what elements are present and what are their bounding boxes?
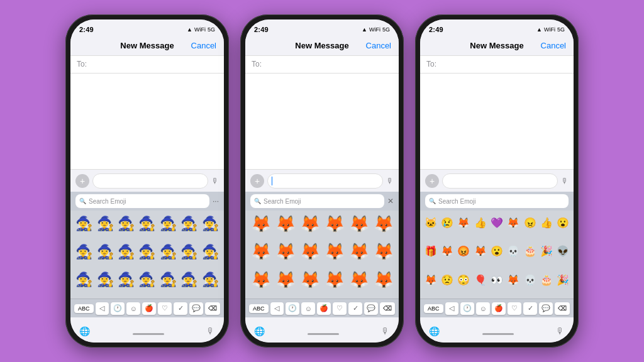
check-icon-1[interactable]: ✓ xyxy=(174,302,187,315)
emoji-cell[interactable]: 🧙‍♀️ xyxy=(116,241,136,263)
emoji-cell[interactable]: 😢 xyxy=(439,212,455,233)
emoji-search-input-2[interactable]: 🔍 Search Emoji xyxy=(250,194,384,208)
emoji-cell[interactable]: 😠 xyxy=(522,212,538,233)
abc-button-3[interactable]: ABC xyxy=(424,304,443,313)
emoji-cell[interactable]: 🦊 xyxy=(323,241,346,263)
emoji-cell[interactable]: 💜 xyxy=(489,212,504,233)
heart-icon-3[interactable]: ♡ xyxy=(508,302,521,315)
emoji-cell[interactable]: 🧙‍♀️ xyxy=(158,213,178,234)
emoji-cell[interactable]: 🧙‍♀️ xyxy=(179,213,199,234)
emoji-cell[interactable]: 🎂 xyxy=(522,241,538,262)
emoji-cell[interactable]: 💀 xyxy=(506,241,521,262)
emoji-cell[interactable]: 🧙‍♀️ xyxy=(74,241,94,263)
emoji-cell[interactable]: 🦊 xyxy=(249,213,272,234)
emoji-cell[interactable]: 🦊 xyxy=(506,212,521,233)
message-area-3[interactable] xyxy=(420,74,574,169)
emoji-cell[interactable]: 🦊 xyxy=(249,269,272,290)
emoji-cell[interactable]: 🦊 xyxy=(439,241,455,262)
text-input-2[interactable] xyxy=(267,173,383,189)
emoji-cell[interactable]: 🧙‍♀️ xyxy=(74,213,94,234)
emoji-cell[interactable]: 🦊 xyxy=(372,213,395,234)
emoji-cell[interactable]: 🧙‍♀️ xyxy=(95,213,114,234)
emoji-cell[interactable]: 🧙‍♀️ xyxy=(201,213,220,234)
emoji-cell[interactable]: 🎉 xyxy=(538,241,554,262)
emoji-cell[interactable]: 😮 xyxy=(489,241,504,262)
emoji-cell[interactable]: 🧙‍♀️ xyxy=(137,269,157,290)
nature-icon-2[interactable]: 🍎 xyxy=(317,302,331,315)
emoji-cell[interactable]: 😡 xyxy=(456,241,472,262)
globe-icon-2[interactable]: 🌐 xyxy=(254,326,265,336)
emoji-cell[interactable]: 🎂 xyxy=(538,269,554,290)
delete-button-1[interactable]: ⌫ xyxy=(205,302,220,315)
emoji-cell[interactable]: 🦊 xyxy=(347,241,370,263)
abc-button-1[interactable]: ABC xyxy=(74,304,94,313)
mic-icon-2[interactable]: 🎙 xyxy=(386,177,394,185)
delete-button-2[interactable]: ⌫ xyxy=(380,302,395,315)
speech-icon-1[interactable]: 💬 xyxy=(189,302,203,315)
globe-icon-3[interactable]: 🌐 xyxy=(429,326,440,336)
emoji-cell[interactable]: 🦊 xyxy=(274,213,297,234)
check-icon-3[interactable]: ✓ xyxy=(523,302,537,315)
speech-icon-3[interactable]: 💬 xyxy=(539,302,553,315)
to-field-2[interactable]: To: xyxy=(245,56,399,74)
cancel-button-3[interactable]: Cancel xyxy=(541,41,566,50)
emoji-cell[interactable]: 🦊 xyxy=(298,269,321,290)
emoji-cell[interactable]: 👍 xyxy=(538,212,554,233)
emoji-cell[interactable]: 🦊 xyxy=(506,269,521,290)
heart-icon-1[interactable]: ♡ xyxy=(158,302,172,315)
emoji-cell[interactable]: 🧙‍♀️ xyxy=(158,241,178,263)
emoji-cell[interactable]: 🦊 xyxy=(249,241,272,263)
recent-icon-2[interactable]: 🕐 xyxy=(286,302,299,315)
plus-button-1[interactable]: + xyxy=(75,174,89,188)
mic-button-1[interactable]: 🎙 xyxy=(206,326,215,336)
nature-icon-1[interactable]: 🍎 xyxy=(142,302,156,315)
emoji-cell[interactable]: 🎁 xyxy=(423,241,438,262)
abc-button-2[interactable]: ABC xyxy=(249,304,269,313)
recent-icon-1[interactable]: 🕐 xyxy=(111,302,125,315)
emoji-cell[interactable]: 🧙‍♀️ xyxy=(116,213,136,234)
emoji-cell[interactable]: 🎈 xyxy=(472,269,488,290)
emoji-cell[interactable]: 👽 xyxy=(555,241,571,262)
emoji-cell[interactable]: 🦊 xyxy=(372,269,395,290)
emoji-cell[interactable]: 🦊 xyxy=(472,241,488,262)
emoji-cell[interactable]: 🐱 xyxy=(423,212,438,233)
smiley-icon-1[interactable]: ☺ xyxy=(126,302,140,315)
mic-button-2[interactable]: 🎙 xyxy=(381,326,390,336)
back-arrow-3[interactable]: ◁ xyxy=(445,302,459,315)
emoji-cell[interactable]: 🦊 xyxy=(323,269,346,290)
emoji-search-input-1[interactable]: 🔍 Search Emoji xyxy=(75,194,209,208)
message-area-1[interactable] xyxy=(70,74,224,169)
emoji-search-input-3[interactable]: 🔍 Search Emoji xyxy=(425,194,569,208)
emoji-cell[interactable]: 🧙‍♀️ xyxy=(95,269,114,290)
text-input-3[interactable] xyxy=(442,173,558,189)
emoji-cell[interactable]: 🧙‍♀️ xyxy=(74,269,94,290)
emoji-cell[interactable]: 😟 xyxy=(439,269,455,290)
emoji-cell[interactable]: 🦊 xyxy=(274,269,297,290)
message-area-2[interactable] xyxy=(245,74,399,169)
nature-icon-3[interactable]: 🍎 xyxy=(492,302,506,315)
emoji-cell[interactable]: 👍 xyxy=(472,212,488,233)
emoji-cell[interactable]: 🦊 xyxy=(298,213,321,234)
to-field-1[interactable]: To: xyxy=(70,56,224,74)
emoji-cell[interactable]: 😮 xyxy=(555,212,571,233)
emoji-cell[interactable]: 🦊 xyxy=(323,213,346,234)
mic-icon-3[interactable]: 🎙 xyxy=(561,177,569,185)
emoji-cell[interactable]: 😳 xyxy=(456,269,472,290)
plus-button-3[interactable]: + xyxy=(425,174,439,188)
cancel-button-1[interactable]: Cancel xyxy=(191,41,216,50)
cancel-button-2[interactable]: Cancel xyxy=(366,41,391,50)
smiley-icon-2[interactable]: ☺ xyxy=(301,302,315,315)
emoji-cell[interactable]: 🎉 xyxy=(555,269,571,290)
delete-button-3[interactable]: ⌫ xyxy=(555,302,570,315)
mic-button-3[interactable]: 🎙 xyxy=(556,326,565,336)
emoji-cell[interactable]: 🦊 xyxy=(347,213,370,234)
emoji-cell[interactable]: 🧙‍♀️ xyxy=(116,269,136,290)
emoji-cell[interactable]: 🦊 xyxy=(347,269,370,290)
smiley-icon-3[interactable]: ☺ xyxy=(476,302,490,315)
emoji-cell[interactable]: 🧙‍♀️ xyxy=(158,269,178,290)
emoji-cell[interactable]: 🧙‍♀️ xyxy=(179,269,199,290)
speech-icon-2[interactable]: 💬 xyxy=(364,302,378,315)
emoji-cell[interactable]: 🦊 xyxy=(456,212,472,233)
globe-icon-1[interactable]: 🌐 xyxy=(79,326,90,336)
emoji-cell[interactable]: 🧙‍♀️ xyxy=(137,213,157,234)
